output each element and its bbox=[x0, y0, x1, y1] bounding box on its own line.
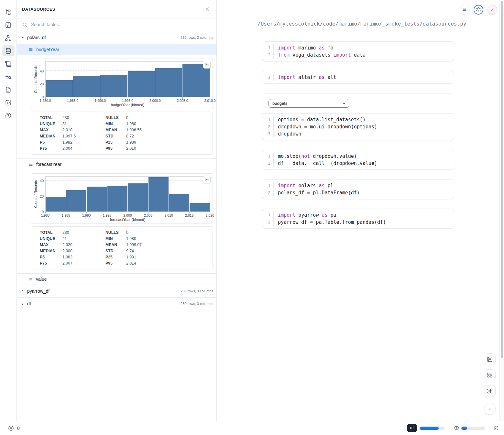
sidebar-item-logs[interactable] bbox=[2, 71, 15, 82]
stat-label: MAX bbox=[40, 128, 62, 132]
sidebar-item-datasources[interactable] bbox=[2, 45, 15, 56]
connection-status[interactable] bbox=[493, 425, 499, 431]
code-token: df = data.__call__(dropdown.value) bbox=[278, 160, 377, 166]
sidebar-item-scratchpad[interactable] bbox=[2, 58, 15, 69]
circle-x-icon bbox=[8, 425, 14, 431]
sidebar-item-help[interactable] bbox=[2, 110, 15, 121]
code-line: 1import pyarrow as pa bbox=[262, 212, 454, 219]
x-tick-label: 2,020 bbox=[206, 213, 214, 217]
scrollbar-thumb[interactable] bbox=[501, 1, 503, 358]
close-panel-button[interactable] bbox=[205, 6, 210, 12]
table-row-df[interactable]: df 230 rows, 3 columns bbox=[17, 298, 216, 310]
stat-value: 9.74 bbox=[126, 249, 213, 253]
layout-button[interactable] bbox=[484, 369, 496, 381]
stat-value: 230 bbox=[62, 115, 105, 120]
stat-label: MAX bbox=[40, 243, 62, 247]
save-button[interactable] bbox=[484, 353, 496, 365]
stat-label: MEAN bbox=[105, 128, 126, 132]
status-bar: 0 xl bbox=[0, 421, 504, 435]
stat-label: NULLS bbox=[105, 230, 126, 235]
column-row-value[interactable]: value bbox=[17, 273, 216, 285]
x-tick-label: 1,980 bbox=[41, 213, 49, 217]
code-cell[interactable]: 1import marimo as mo2from vega_datasets … bbox=[262, 41, 454, 61]
command-icon bbox=[487, 388, 493, 394]
code-cell[interactable]: 1import altair as alt bbox=[262, 71, 454, 84]
y-axis-ticks: 02040 bbox=[38, 61, 45, 97]
sidebar-item-functions[interactable] bbox=[2, 19, 15, 30]
stat-value: 1,996.55 bbox=[126, 128, 213, 132]
sidebar-item-file-tree[interactable] bbox=[2, 6, 15, 17]
code-cell[interactable]: 1import pyarrow as pa2pyarrow_df = pa.Ta… bbox=[262, 209, 454, 229]
code-cell[interactable]: budgets1options = data.list_datasets()2d… bbox=[262, 93, 454, 140]
column-row-budgetyear[interactable]: budgetYear bbox=[17, 44, 216, 55]
x-tick-label: 2,000.0 bbox=[149, 99, 161, 103]
code-line: 2dropdown = mo.ui.dropdown(options) bbox=[262, 123, 454, 130]
code-token: dropdown.value) bbox=[310, 153, 357, 159]
chevron-down-icon bbox=[21, 35, 25, 39]
search-input[interactable] bbox=[31, 22, 211, 27]
sidebar-item-dependency-graph[interactable] bbox=[2, 32, 15, 43]
vertical-scrollbar[interactable] bbox=[499, 0, 504, 421]
save-icon bbox=[487, 356, 493, 362]
table-name: polars_df bbox=[27, 35, 46, 40]
column-name: value bbox=[36, 277, 47, 282]
app-window: DATASOURCES polars_df 230 rows, 3 column… bbox=[0, 0, 504, 421]
code-line: 1import altair as alt bbox=[262, 74, 454, 81]
plot-area bbox=[45, 176, 210, 212]
x-tick-label: 2,000 bbox=[123, 213, 132, 217]
column-row-forecastyear[interactable]: forecastYear bbox=[17, 158, 216, 170]
stat-value: 2,007 bbox=[62, 261, 105, 266]
sidebar-item-snippets[interactable] bbox=[2, 97, 15, 108]
stat-value: 1,983 bbox=[62, 255, 105, 259]
settings-button[interactable] bbox=[474, 5, 483, 15]
y-tick-label: 40 bbox=[40, 69, 44, 73]
code-text: dropdown bbox=[274, 130, 301, 137]
stat-value: 2,020 bbox=[62, 243, 105, 247]
dataset-dropdown[interactable]: budgets bbox=[268, 99, 349, 108]
expand-chart-button[interactable] bbox=[203, 61, 211, 69]
histogram-bar bbox=[127, 71, 155, 97]
code-token: pa bbox=[328, 212, 336, 218]
y-tick-label: 20 bbox=[40, 82, 44, 86]
code-text: options = data.list_datasets() bbox=[274, 116, 366, 123]
keyword-token: from bbox=[278, 52, 290, 58]
expand-chart-button[interactable] bbox=[203, 176, 211, 183]
chevron-down-icon bbox=[342, 101, 346, 105]
error-indicator[interactable]: 0 bbox=[8, 425, 20, 431]
keyboard-shortcuts-button[interactable] bbox=[484, 385, 496, 397]
code-cell[interactable]: 1mo.stop(not dropdown.value)2df = data._… bbox=[262, 150, 454, 170]
code-cell[interactable]: 1import polars as pl2polars_df = pl.Data… bbox=[262, 179, 454, 199]
stat-label: MEDIAN bbox=[40, 249, 62, 253]
histogram-bar bbox=[155, 68, 182, 97]
code-token: pyarrow_df = pa.Table.from_pandas(df) bbox=[278, 219, 386, 225]
code-text: import polars as pl bbox=[274, 182, 334, 189]
maximize-icon bbox=[204, 62, 209, 67]
x-tick-label: 2,015 bbox=[185, 213, 193, 217]
x-tick-label: 1,995.0 bbox=[122, 99, 133, 103]
run-button[interactable] bbox=[484, 403, 496, 415]
code-editor[interactable]: 1import altair as alt bbox=[262, 74, 454, 81]
sidebar-item-documentation[interactable] bbox=[2, 84, 15, 95]
code-editor[interactable]: 1import polars as pl2polars_df = pl.Data… bbox=[262, 182, 454, 196]
table-row-pyarrow-df[interactable]: pyarrow_df 230 rows, 3 columns bbox=[17, 285, 216, 298]
gear-icon bbox=[476, 7, 481, 12]
code-token: polars bbox=[295, 183, 319, 189]
code-editor[interactable]: 1import pyarrow as pa2pyarrow_df = pa.Ta… bbox=[262, 212, 454, 226]
code-editor[interactable]: 1import marimo as mo2from vega_datasets … bbox=[262, 44, 454, 59]
y-tick-label: 20 bbox=[40, 194, 44, 198]
x-axis-title: forecastYear (binned) bbox=[45, 217, 210, 223]
code-editor[interactable]: 1options = data.list_datasets()2dropdown… bbox=[262, 116, 454, 137]
code-editor[interactable]: 1mo.stop(not dropdown.value)2df = data._… bbox=[262, 153, 454, 167]
menu-button[interactable] bbox=[460, 5, 469, 15]
histogram-bar bbox=[107, 186, 128, 212]
hamburger-menu-icon bbox=[462, 7, 467, 12]
shutdown-button[interactable] bbox=[488, 5, 497, 15]
size-badge[interactable]: xl bbox=[407, 424, 417, 432]
x-tick-label: 1,990 bbox=[82, 213, 91, 217]
notebook-toolbar bbox=[460, 5, 497, 15]
code-text: import altair as alt bbox=[274, 74, 336, 81]
stat-label: STD bbox=[105, 134, 126, 138]
plot-area bbox=[45, 61, 210, 97]
chevron-right-icon bbox=[21, 289, 25, 293]
table-row-polars-df[interactable]: polars_df 230 rows, 3 columns bbox=[17, 31, 216, 44]
